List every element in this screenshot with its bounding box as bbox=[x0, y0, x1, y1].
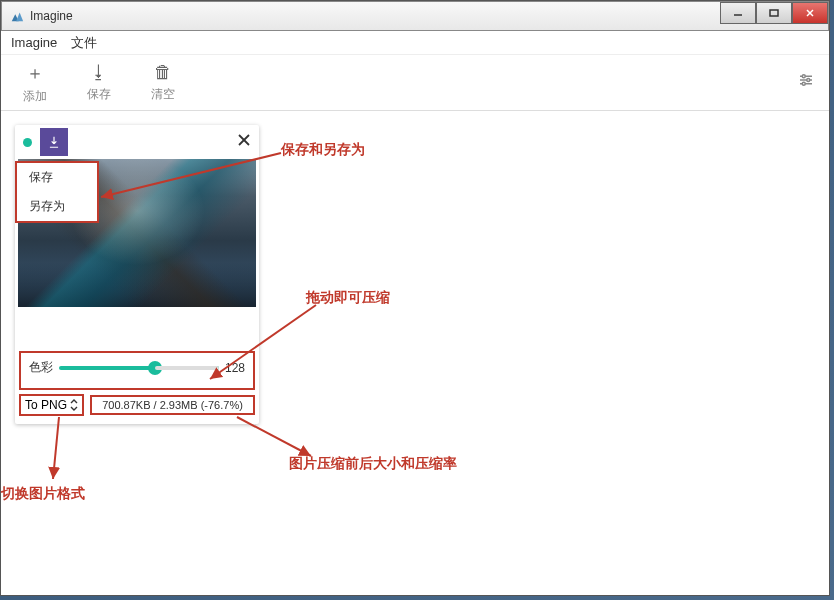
menu-file[interactable]: 文件 bbox=[71, 34, 97, 52]
maximize-button[interactable] bbox=[756, 2, 792, 24]
svg-point-17 bbox=[663, 564, 673, 572]
annotation-drag: 拖动即可压缩 bbox=[306, 289, 390, 307]
save-dropdown: 保存 另存为 bbox=[15, 161, 99, 223]
download-icon: ⭳ bbox=[90, 62, 108, 83]
card-download-button[interactable] bbox=[40, 128, 68, 156]
dropdown-save[interactable]: 保存 bbox=[17, 163, 97, 192]
watermark-text: 爱分享的Danial bbox=[691, 553, 814, 577]
content-area: 保存 另存为 色彩 128 To PNG 700.87KB / 2.93MB (… bbox=[1, 111, 829, 595]
select-arrows-icon bbox=[70, 399, 78, 411]
color-slider[interactable] bbox=[59, 366, 219, 370]
size-info: 700.87KB / 2.93MB (-76.7%) bbox=[90, 395, 255, 415]
clear-label: 清空 bbox=[151, 86, 175, 103]
settings-icon[interactable] bbox=[797, 71, 815, 94]
svg-point-9 bbox=[802, 82, 805, 85]
window-controls bbox=[720, 2, 828, 24]
card-bottom-row: To PNG 700.87KB / 2.93MB (-76.7%) bbox=[15, 394, 259, 424]
format-select[interactable]: To PNG bbox=[19, 394, 84, 416]
format-label: To PNG bbox=[25, 398, 67, 412]
app-icon bbox=[10, 9, 24, 23]
annotation-size: 图片压缩前后大小和压缩率 bbox=[289, 455, 457, 473]
trash-icon: 🗑 bbox=[154, 62, 172, 83]
add-label: 添加 bbox=[23, 88, 47, 105]
svg-rect-1 bbox=[770, 10, 778, 16]
save-label: 保存 bbox=[87, 86, 111, 103]
slider-thumb[interactable] bbox=[148, 361, 162, 375]
card-header: 保存 另存为 bbox=[15, 125, 259, 159]
plus-icon: ＋ bbox=[26, 61, 44, 85]
window-title: Imagine bbox=[30, 9, 820, 23]
svg-point-8 bbox=[807, 79, 810, 82]
annotation-save: 保存和另存为 bbox=[281, 141, 365, 159]
add-button[interactable]: ＋ 添加 bbox=[15, 61, 55, 105]
status-dot bbox=[23, 138, 32, 147]
save-button[interactable]: ⭳ 保存 bbox=[79, 62, 119, 103]
slider-label: 色彩 bbox=[29, 359, 53, 376]
wechat-icon bbox=[647, 548, 681, 582]
close-button[interactable] bbox=[792, 2, 828, 24]
menubar: Imagine 文件 bbox=[1, 31, 829, 55]
dropdown-save-as[interactable]: 另存为 bbox=[17, 192, 97, 221]
toolbar: ＋ 添加 ⭳ 保存 🗑 清空 bbox=[1, 55, 829, 111]
svg-line-15 bbox=[53, 417, 59, 479]
svg-point-7 bbox=[802, 75, 805, 78]
slider-value: 128 bbox=[225, 361, 245, 375]
minimize-button[interactable] bbox=[720, 2, 756, 24]
clear-button[interactable]: 🗑 清空 bbox=[143, 62, 183, 103]
watermark: 爱分享的Danial bbox=[647, 548, 814, 582]
close-icon[interactable] bbox=[237, 133, 251, 151]
menu-app[interactable]: Imagine bbox=[11, 35, 57, 50]
image-card: 保存 另存为 色彩 128 To PNG 700.87KB / 2.93MB (… bbox=[15, 125, 259, 424]
annotation-format: 切换图片格式 bbox=[1, 485, 85, 503]
app-window: Imagine Imagine 文件 ＋ 添加 ⭳ 保存 🗑 清空 bbox=[0, 0, 830, 596]
color-slider-row: 色彩 128 bbox=[19, 351, 255, 390]
titlebar: Imagine bbox=[1, 1, 829, 31]
